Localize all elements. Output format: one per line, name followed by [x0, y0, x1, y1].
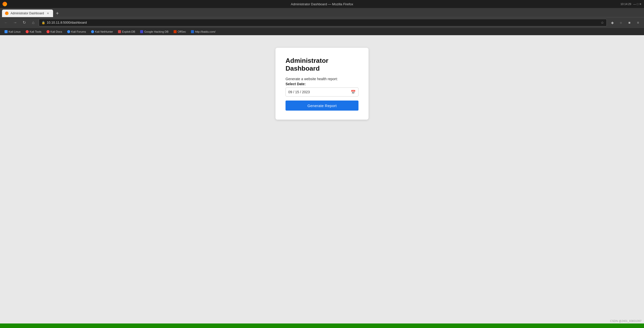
bookmark-kali-tools-icon: [26, 30, 29, 33]
nav-icons-right: ◆ ○ ■ ≡: [609, 19, 641, 26]
date-label: Select Date:: [286, 82, 358, 86]
bookmark-kali-label: Kali Linux: [9, 30, 21, 33]
watermark: CSDN @2401_83831097: [610, 319, 641, 322]
bookmark-kali-forums-label: Kali Forums: [71, 30, 86, 33]
reload-button[interactable]: ↻: [21, 19, 28, 26]
bookmark-ghdb-label: Google Hacking DB: [144, 30, 169, 33]
bookmark-baidu-icon: [191, 30, 194, 33]
bookmark-offsec[interactable]: OffSec: [172, 29, 188, 35]
date-input-wrapper[interactable]: 09 / 15 / 2023 📅: [286, 87, 358, 97]
title-bar-left: [3, 2, 7, 6]
tab-bar: Administrator Dashboard ✕ +: [0, 8, 644, 17]
bookmark-kali-docs-icon: [47, 30, 50, 33]
extensions-icon[interactable]: ◆: [609, 19, 616, 26]
tab-favicon: [5, 12, 9, 15]
url-text: 10.10.11.8:5000/dashboard: [47, 21, 87, 24]
tab-label: Administrator Dashboard: [11, 12, 44, 15]
calendar-icon: 📅: [351, 90, 356, 95]
forward-button[interactable]: →: [12, 19, 19, 26]
tab-close-button[interactable]: ✕: [46, 11, 50, 15]
window-controls: — □ ✕: [633, 3, 641, 6]
date-form-group: Select Date: 09 / 15 / 2023 📅: [286, 82, 358, 97]
bookmark-baidu[interactable]: http://baidu.com/: [189, 29, 217, 35]
dashboard-subtitle: Generate a website health report:: [286, 77, 358, 81]
bookmark-kali-docs[interactable]: Kali Docs: [45, 29, 64, 35]
bookmark-baidu-label: http://baidu.com/: [195, 30, 215, 33]
generate-report-button[interactable]: Generate Report: [286, 101, 358, 111]
bookmark-exploit-label: Exploit-DB: [122, 30, 135, 33]
status-bar: [0, 323, 644, 328]
bookmark-exploit-icon: [118, 30, 121, 33]
bookmark-kali-docs-label: Kali Docs: [51, 30, 62, 33]
dashboard-title: Administrator Dashboard: [286, 57, 358, 72]
date-value: 09 / 15 / 2023: [288, 90, 310, 94]
bookmark-kali-nethunter-label: Kali NetHunter: [95, 30, 113, 33]
menu-icon[interactable]: ≡: [634, 19, 641, 26]
nav-bar: ← → ↻ ⌂ 🔒 10.10.11.8:5000/dashboard ☆ ◆ …: [0, 17, 644, 28]
bookmark-ghdb-icon: [140, 30, 143, 33]
lock-icon: 🔒: [42, 21, 45, 24]
active-tab[interactable]: Administrator Dashboard ✕: [2, 10, 53, 17]
bookmark-kali-linux[interactable]: Kali Linux: [3, 29, 23, 35]
new-tab-button[interactable]: +: [54, 10, 61, 17]
bookmark-offsec-icon: [174, 30, 177, 33]
firefox-logo-icon: [3, 2, 7, 6]
bookmark-star-icon[interactable]: ☆: [601, 21, 604, 25]
bookmark-kali-tools[interactable]: Kali Tools: [24, 29, 44, 35]
bookmark-kali-forums[interactable]: Kali Forums: [65, 29, 88, 35]
browser-chrome: Administrator Dashboard — Mozilla Firefo…: [0, 0, 644, 35]
profile-icon[interactable]: ○: [617, 19, 624, 26]
back-button[interactable]: ←: [3, 19, 10, 26]
bookmark-exploit-db[interactable]: Exploit-DB: [116, 29, 137, 35]
bookmark-google-hacking-db[interactable]: Google Hacking DB: [138, 29, 171, 35]
bookmark-kali-tools-label: Kali Tools: [30, 30, 42, 33]
page-content: Administrator Dashboard Generate a websi…: [0, 35, 644, 323]
url-bar[interactable]: 🔒 10.10.11.8:5000/dashboard ☆: [39, 19, 607, 26]
dashboard-card: Administrator Dashboard Generate a websi…: [275, 48, 369, 120]
bookmark-offsec-label: OffSec: [178, 30, 186, 33]
bookmark-kali-nethunter-icon: [91, 30, 94, 33]
window-title: Administrator Dashboard — Mozilla Firefo…: [291, 2, 353, 6]
bookmark-kali-forums-icon: [67, 30, 70, 33]
title-bar: Administrator Dashboard — Mozilla Firefo…: [0, 0, 644, 8]
clock: 10:14:29: [620, 3, 631, 6]
shield-icon[interactable]: ■: [626, 19, 633, 26]
home-button[interactable]: ⌂: [30, 19, 37, 26]
bookmark-kali-nethunter[interactable]: Kali NetHunter: [89, 29, 115, 35]
title-bar-right: 10:14:29 — □ ✕: [620, 3, 641, 6]
bookmarks-bar: Kali Linux Kali Tools Kali Docs Kali For…: [0, 28, 644, 35]
bookmark-kali-icon: [5, 30, 8, 33]
